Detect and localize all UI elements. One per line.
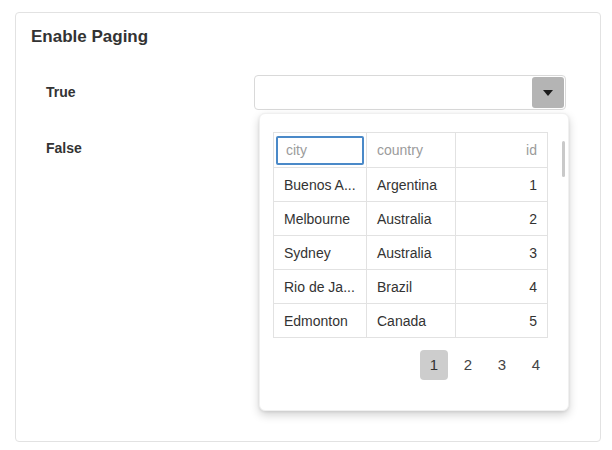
option-true[interactable]: True <box>46 84 76 100</box>
table-row[interactable]: Sydney Australia 3 <box>274 236 548 270</box>
cell-city: Melbourne <box>274 202 367 236</box>
cell-country: Argentina <box>367 168 456 202</box>
cell-id: 5 <box>456 304 548 338</box>
cell-city: Buenos A... <box>274 168 367 202</box>
cell-country: Australia <box>367 236 456 270</box>
cell-id: 2 <box>456 202 548 236</box>
pager-page-4[interactable]: 4 <box>522 350 550 380</box>
filter-input-country[interactable] <box>369 135 453 165</box>
grid-scrollbar-thumb[interactable] <box>562 141 565 177</box>
cell-city: Sydney <box>274 236 367 270</box>
dropdown-grid: Buenos A... Argentina 1 Melbourne Austra… <box>273 132 548 338</box>
demo-card: Enable Paging True False <box>15 12 601 442</box>
pager: 1 2 3 4 <box>420 350 550 380</box>
combobox <box>254 75 566 110</box>
table-row[interactable]: Edmonton Canada 5 <box>274 304 548 338</box>
dropdown-popup: Buenos A... Argentina 1 Melbourne Austra… <box>259 113 569 411</box>
filter-input-city[interactable] <box>276 136 364 165</box>
table-row[interactable]: Buenos A... Argentina 1 <box>274 168 548 202</box>
option-false[interactable]: False <box>46 140 82 156</box>
combobox-dropdown-button[interactable] <box>532 77 564 108</box>
pager-page-2[interactable]: 2 <box>454 350 482 380</box>
page-title: Enable Paging <box>31 27 148 47</box>
cell-city: Rio de Ja... <box>274 270 367 304</box>
caret-down-icon <box>543 90 553 96</box>
cell-country: Australia <box>367 202 456 236</box>
filter-row <box>274 133 548 168</box>
table-row[interactable]: Melbourne Australia 2 <box>274 202 548 236</box>
combobox-input[interactable] <box>256 77 548 108</box>
cell-country: Canada <box>367 304 456 338</box>
table-row[interactable]: Rio de Ja... Brazil 4 <box>274 270 548 304</box>
filter-input-id[interactable] <box>458 135 545 165</box>
cell-id: 1 <box>456 168 548 202</box>
pager-page-1[interactable]: 1 <box>420 350 448 380</box>
cell-id: 3 <box>456 236 548 270</box>
cell-city: Edmonton <box>274 304 367 338</box>
cell-country: Brazil <box>367 270 456 304</box>
pager-page-3[interactable]: 3 <box>488 350 516 380</box>
cell-id: 4 <box>456 270 548 304</box>
